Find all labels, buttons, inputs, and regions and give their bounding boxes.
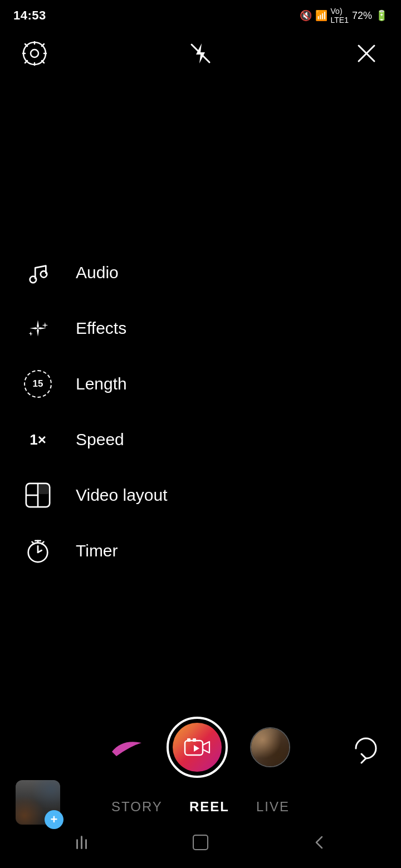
video-layout-icon bbox=[20, 477, 56, 513]
settings-ring-icon bbox=[22, 41, 47, 66]
record-button-inner bbox=[173, 723, 222, 772]
sparkles-icon bbox=[20, 310, 56, 346]
effects-menu-item[interactable]: Effects bbox=[0, 300, 401, 356]
menu-area: Audio Effects bbox=[0, 245, 401, 579]
nike-brand-icon[interactable] bbox=[111, 735, 144, 760]
speed-icon: 1× bbox=[20, 422, 56, 457]
speed-value: 1× bbox=[24, 431, 52, 448]
status-time: 14:53 bbox=[13, 8, 46, 23]
live-tab[interactable]: LIVE bbox=[256, 799, 290, 815]
gallery-add-button[interactable]: + bbox=[45, 810, 63, 829]
speed-menu-item[interactable]: 1× Speed bbox=[0, 412, 401, 467]
music-note-icon bbox=[20, 255, 56, 290]
mute-icon: 🔇 bbox=[300, 9, 312, 22]
close-icon bbox=[355, 42, 378, 65]
flip-camera-button[interactable] bbox=[346, 729, 385, 768]
length-menu-item[interactable]: 15 Length bbox=[0, 356, 401, 412]
video-layout-label: Video layout bbox=[76, 486, 168, 505]
svg-line-25 bbox=[42, 542, 44, 544]
length-icon: 15 bbox=[20, 366, 56, 402]
timer-menu-item[interactable]: Timer bbox=[0, 523, 401, 579]
speed-label: Speed bbox=[76, 430, 124, 449]
home-icon bbox=[193, 835, 208, 850]
recents-icon bbox=[76, 836, 87, 849]
reels-camera-icon bbox=[184, 736, 211, 758]
reel-tab[interactable]: REEL bbox=[189, 799, 229, 815]
settings-button[interactable] bbox=[20, 39, 49, 68]
battery-icon: 🔋 bbox=[375, 9, 388, 22]
svg-line-24 bbox=[32, 542, 34, 544]
svg-line-8 bbox=[42, 44, 44, 46]
nike-swoosh-icon bbox=[111, 736, 144, 758]
home-nav-button[interactable] bbox=[184, 830, 217, 855]
timer-icon bbox=[20, 533, 56, 569]
svg-rect-19 bbox=[39, 485, 48, 494]
wifi-icon: 📶 bbox=[315, 9, 327, 22]
back-nav-button[interactable] bbox=[302, 830, 336, 855]
svg-marker-28 bbox=[194, 745, 199, 752]
length-value: 15 bbox=[33, 378, 43, 389]
svg-line-6 bbox=[25, 44, 27, 46]
back-icon bbox=[311, 834, 327, 851]
status-icons: 🔇 📶 Vo)LTE1 72% 🔋 bbox=[300, 7, 388, 24]
flash-button[interactable] bbox=[186, 39, 215, 68]
top-controls bbox=[0, 29, 401, 78]
bottom-area: + bbox=[0, 706, 401, 868]
svg-point-1 bbox=[31, 50, 38, 57]
avatar-image bbox=[251, 728, 289, 766]
camera-controls-row bbox=[0, 706, 401, 783]
svg-rect-30 bbox=[193, 738, 196, 742]
android-nav-bar bbox=[0, 820, 401, 868]
record-button[interactable] bbox=[167, 717, 228, 778]
close-button[interactable] bbox=[352, 39, 381, 68]
flash-off-icon bbox=[189, 42, 212, 65]
signal-icon: Vo)LTE1 bbox=[331, 7, 349, 24]
video-layout-menu-item[interactable]: Video layout bbox=[0, 467, 401, 523]
svg-line-9 bbox=[25, 61, 27, 63]
length-label: Length bbox=[76, 374, 127, 393]
flip-camera-icon bbox=[350, 733, 382, 764]
svg-point-15 bbox=[41, 271, 47, 277]
battery-level: 72% bbox=[352, 10, 372, 22]
audio-menu-item[interactable]: Audio bbox=[0, 245, 401, 300]
avatar-circle[interactable] bbox=[250, 727, 290, 767]
svg-line-7 bbox=[42, 61, 44, 63]
effects-label: Effects bbox=[76, 319, 126, 338]
recents-nav-button[interactable] bbox=[65, 830, 99, 855]
svg-rect-29 bbox=[187, 738, 190, 742]
timer-label: Timer bbox=[76, 541, 118, 560]
story-tab[interactable]: STORY bbox=[111, 799, 163, 815]
svg-point-14 bbox=[30, 277, 36, 283]
audio-label: Audio bbox=[76, 263, 119, 282]
status-bar: 14:53 🔇 📶 Vo)LTE1 72% 🔋 bbox=[0, 0, 401, 29]
